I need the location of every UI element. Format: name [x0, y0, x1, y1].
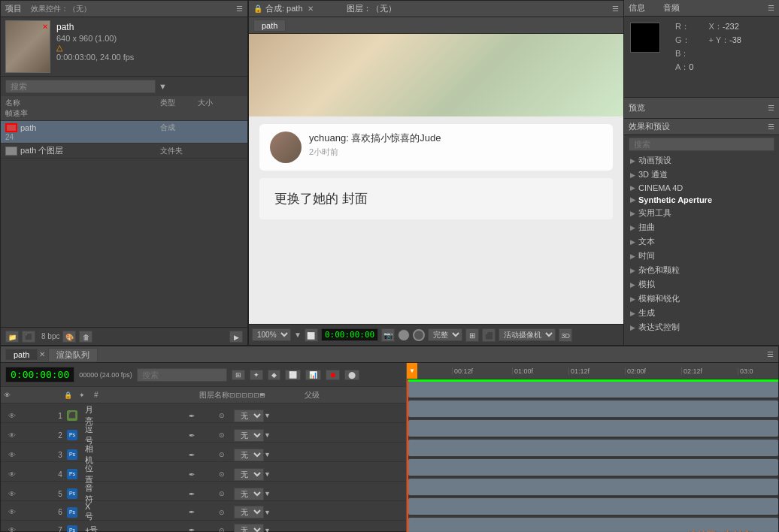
expand-btn[interactable]: ▶ — [229, 331, 243, 343]
effect-distort[interactable]: ▶扭曲 — [624, 220, 779, 234]
preview-menu-icon[interactable]: ☰ — [768, 104, 774, 112]
region-btn[interactable]: ⬜ — [305, 328, 318, 342]
x-value: -232 — [723, 22, 739, 31]
layer-pencil-1[interactable]: ✒ — [189, 412, 219, 420]
effect-time[interactable]: ▶时间 — [624, 249, 779, 263]
comp-menu-icon[interactable]: ☰ — [612, 5, 619, 13]
phone-top — [249, 34, 623, 116]
delete-btn[interactable]: 🗑 — [79, 331, 92, 343]
effect-noise[interactable]: ▶杂色和颗粒 — [624, 263, 779, 277]
layer-pencil-3[interactable]: ✒ — [189, 451, 219, 459]
timeline-tabs: path ✕ 渲染队列 — [5, 348, 98, 361]
effect-simulate[interactable]: ▶模拟 — [624, 277, 779, 292]
layer-pencil-5[interactable]: ✒ — [189, 490, 219, 498]
effect-cinema4d[interactable]: ▶CINEMA 4D — [624, 182, 779, 194]
comp-tab[interactable]: path — [253, 20, 286, 32]
layer-parent-4[interactable]: 无 — [234, 468, 264, 481]
layer-dropdown-2[interactable]: ▼ — [264, 431, 294, 439]
audio-title: 音频 — [663, 2, 680, 14]
mask-btn[interactable]: ⬛ — [482, 328, 496, 342]
layer-dropdown-5[interactable]: ▼ — [264, 490, 294, 497]
table-row[interactable]: path 合成 24 — [1, 121, 247, 144]
project-search-input[interactable] — [5, 80, 156, 93]
effects-ctrl-title: 效果控件：（无） — [31, 4, 91, 14]
tl-lock-btn[interactable]: ⬜ — [285, 370, 301, 380]
color-btn2[interactable] — [413, 329, 425, 341]
effect-animation-presets[interactable]: ▶动画预设 — [624, 153, 779, 168]
effect-synthetic-aperture[interactable]: ▶Synthetic Aperture — [624, 194, 779, 206]
effect-generate[interactable]: ▶生成 — [624, 306, 779, 320]
col-eye: 👁 — [4, 391, 64, 399]
ruler-mark-200f: 02:00f — [625, 367, 646, 375]
layer-parent-5[interactable]: 无 — [234, 488, 264, 500]
grid-btn[interactable]: ⊞ — [465, 328, 479, 342]
tl-search-input[interactable] — [137, 368, 227, 382]
comp-options-btn[interactable]: ▼ — [294, 331, 302, 339]
layer-eye-7[interactable]: 👁 — [4, 526, 20, 532]
ruler-mark-12f: 00:12f — [452, 367, 473, 375]
effects-search-input[interactable] — [629, 138, 774, 151]
layer-icon-5: Ps — [67, 488, 77, 499]
col-parent-label: 父级 — [305, 390, 342, 401]
effect-text[interactable]: ▶文本 — [624, 234, 779, 249]
timeline-tab-path[interactable]: path — [5, 349, 38, 360]
effects-menu-icon[interactable]: ☰ — [768, 122, 774, 131]
layer-pencil-4[interactable]: ✒ — [189, 470, 219, 479]
comp-close-btn[interactable]: ✕ — [308, 5, 314, 13]
layer-pencil-6[interactable]: ✒ — [189, 508, 219, 516]
new-comp-btn[interactable]: ⬛ — [22, 331, 35, 343]
tl-motion-btn[interactable]: ⬤ — [344, 370, 359, 380]
layer-dropdown-6[interactable]: ▼ — [264, 509, 294, 516]
layer-parent-1[interactable]: 无 — [234, 410, 264, 422]
tl-stagger-btn[interactable]: ⊞ — [232, 370, 245, 380]
effect-blur[interactable]: ▶模糊和锐化 — [624, 292, 779, 306]
layer-pencil-7[interactable]: ✒ — [189, 526, 219, 532]
tl-record-btn[interactable]: ⏺ — [326, 370, 340, 380]
tl-keyframe-btn[interactable]: ◆ — [268, 370, 280, 380]
effect-3d-channel[interactable]: ▶3D 通道 — [624, 168, 779, 182]
info-menu-icon[interactable]: ☰ — [768, 4, 774, 12]
timeline-menu-icon[interactable]: ☰ — [767, 350, 774, 358]
layer-eye-3[interactable]: 👁 — [4, 451, 20, 459]
quality-select[interactable]: 完整 — [428, 328, 462, 341]
new-folder-btn[interactable]: 📁 — [5, 331, 19, 343]
g-label: G： — [675, 35, 690, 44]
layer-eye-6[interactable]: 👁 — [4, 508, 20, 516]
info-title: 信息 — [629, 2, 645, 14]
layer-dropdown-1[interactable]: ▼ — [264, 412, 294, 419]
layer-eye-1[interactable]: 👁 — [4, 412, 20, 420]
table-row[interactable]: path 个图层 文件夹 — [1, 144, 247, 159]
layer-pencil-2[interactable]: ✒ — [189, 431, 219, 440]
layer-num-7: 7 — [53, 526, 67, 532]
camera-icon[interactable]: 📷 — [381, 328, 395, 342]
layer-eye-4[interactable]: 👁 — [4, 470, 20, 479]
color-btn[interactable] — [398, 329, 410, 341]
color-settings-btn[interactable]: 🎨 — [62, 331, 76, 343]
search-dropdown-icon[interactable]: ▼ — [159, 82, 167, 91]
arrow-icon: ▶ — [630, 196, 635, 204]
tl-graph-btn[interactable]: 📊 — [305, 370, 321, 380]
arrow-icon: ▶ — [630, 324, 635, 331]
layer-dropdown-7[interactable]: ▼ — [264, 527, 294, 533]
effect-expression-ctrl[interactable]: ▶表达式控制 — [624, 320, 779, 334]
tl-solo-btn[interactable]: ✦ — [250, 370, 263, 380]
camera-select[interactable]: 活动摄像机 — [499, 328, 556, 341]
layer-parent-7[interactable]: 无 — [234, 524, 264, 532]
chat-bubble: ychuang: 喜欢搞小惊喜的Jude 2小时前 — [259, 124, 613, 171]
layer-dropdown-3[interactable]: ▼ — [264, 451, 294, 458]
layer-eye-5[interactable]: 👁 — [4, 490, 20, 498]
3d-btn[interactable]: 3D — [559, 328, 572, 342]
layer-parent-2[interactable]: 无 — [234, 429, 264, 442]
layer-row: 👁 6 Ps X号 ✒ ⊙ 无 ▼ — [1, 501, 406, 521]
tl-tracks — [407, 379, 778, 532]
tab-path-close[interactable]: ✕ — [39, 350, 45, 358]
layer-parent-3[interactable]: 无 — [234, 449, 264, 461]
layer-dropdown-4[interactable]: ▼ — [264, 470, 294, 478]
effect-utility[interactable]: ▶实用工具 — [624, 206, 779, 220]
project-menu-icon[interactable]: ☰ — [236, 5, 243, 13]
zoom-select[interactable]: 100% — [252, 328, 291, 341]
timeline-tab-render[interactable]: 渲染队列 — [48, 348, 98, 361]
layer-eye-2[interactable]: 👁 — [4, 431, 20, 440]
layer-parent-6[interactable]: 无 — [234, 506, 264, 518]
work-area-bar — [407, 379, 778, 382]
